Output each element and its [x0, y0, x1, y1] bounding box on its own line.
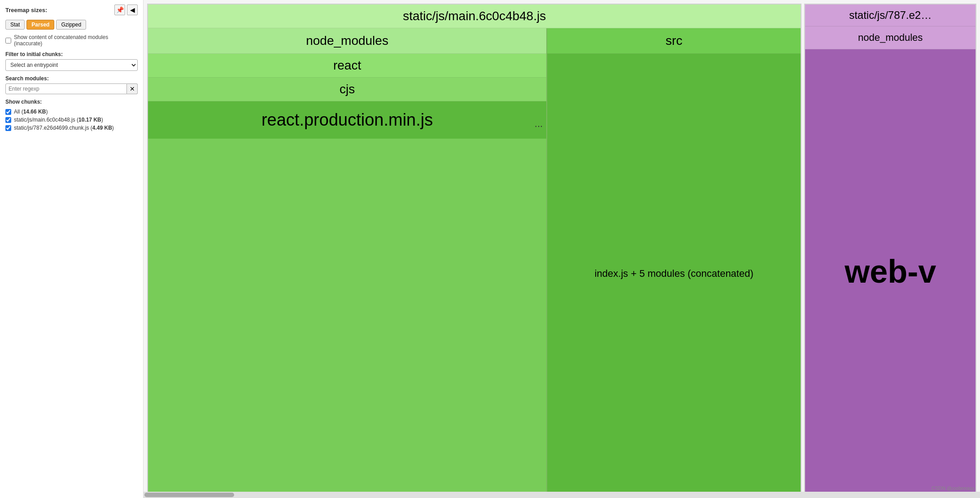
chunk-item-787: static/js/787.e26d4699.chunk.js (4.49 KB… [5, 125, 138, 131]
show-chunks-section: Show chunks: All (14.66 KB) static/js/ma… [5, 99, 138, 131]
show-concatenated-label: Show content of concatenated modules (in… [14, 34, 138, 47]
chunk-787-checkbox[interactable] [5, 125, 11, 131]
search-label: Search modules: [5, 75, 138, 82]
treemap-sizes-label: Treemap sizes: [5, 7, 47, 13]
chunk-787-content: node_modules web-v [805, 26, 976, 494]
back-button[interactable]: ◀ [127, 4, 138, 15]
react-production-text: react.production.min.js [261, 110, 433, 130]
search-section: Search modules: ✕ [5, 75, 138, 94]
search-input[interactable] [5, 83, 127, 94]
web-vitals-text: web-v [845, 253, 936, 290]
concatenated-label[interactable]: index.js + 5 modules (concatenated) [595, 267, 754, 281]
src-body: index.js + 5 modules (concatenated) [547, 54, 801, 494]
chunk-all-name: All (14.66 KB) [14, 109, 48, 115]
node-modules-title-787[interactable]: node_modules [805, 26, 976, 49]
web-vitals-section[interactable]: web-v [805, 49, 976, 494]
react-title[interactable]: react [148, 54, 546, 78]
filter-section: Filter to initial chunks: Select an entr… [5, 51, 138, 71]
react-section: react cjs react.production.min.js ··· [148, 54, 546, 494]
chunk-item-main: static/js/main.6c0c4b48.js (10.17 KB) [5, 117, 138, 123]
chunk-main-name: static/js/main.6c0c4b48.js (10.17 KB) [14, 117, 103, 123]
node-modules-section: node_modules react cjs react.production.… [148, 28, 547, 494]
gzipped-button[interactable]: Gzipped [56, 20, 86, 30]
horizontal-scrollbar[interactable] [144, 492, 980, 498]
chunk-all-checkbox[interactable] [5, 109, 11, 115]
sidebar: Treemap sizes: 📌 ◀ Stat Parsed Gzipped S… [0, 0, 144, 498]
react-production-cell[interactable]: react.production.min.js ··· [148, 101, 546, 139]
header-icons: 📌 ◀ [114, 4, 138, 15]
show-concatenated-checkbox[interactable] [5, 38, 11, 44]
entrypoint-select[interactable]: Select an entrypoint [5, 59, 138, 71]
treemap-container: static/js/main.6c0c4b48.js node_modules … [144, 0, 980, 498]
chunk-title-main[interactable]: static/js/main.6c0c4b48.js [148, 4, 801, 28]
chunk-block-main: static/js/main.6c0c4b48.js node_modules … [147, 4, 801, 494]
chunk-787-name: static/js/787.e26d4699.chunk.js (4.49 KB… [14, 125, 114, 131]
scrollbar-thumb[interactable] [144, 493, 234, 497]
cjs-section: cjs react.production.min.js ··· [148, 78, 546, 139]
stat-button[interactable]: Stat [5, 20, 25, 30]
pin-button[interactable]: 📌 [114, 4, 125, 15]
filter-label: Filter to initial chunks: [5, 51, 138, 57]
show-concatenated-row: Show content of concatenated modules (in… [5, 34, 138, 47]
chunk-item-all: All (14.66 KB) [5, 109, 138, 115]
sidebar-header: Treemap sizes: 📌 ◀ [5, 4, 138, 15]
size-type-buttons: Stat Parsed Gzipped [5, 20, 138, 30]
footer-credit: CSDN @codereasy [932, 485, 975, 491]
cjs-title[interactable]: cjs [148, 78, 546, 101]
chunk-body-787: node_modules web-v [805, 26, 976, 494]
src-title[interactable]: src [547, 28, 801, 54]
chunk-block-787: static/js/787.e2… node_modules web-v [804, 4, 976, 494]
chunk-body-main: node_modules react cjs react.production.… [148, 28, 801, 494]
src-section: src index.js + 5 modules (concatenated) [547, 28, 801, 494]
treemap-main: static/js/main.6c0c4b48.js node_modules … [144, 0, 980, 498]
chunk-title-787[interactable]: static/js/787.e2… [805, 4, 976, 26]
chunk-main-checkbox[interactable] [5, 117, 11, 123]
search-input-row: ✕ [5, 83, 138, 94]
search-clear-button[interactable]: ✕ [127, 83, 138, 94]
show-chunks-label: Show chunks: [5, 99, 138, 105]
ellipsis-icon: ··· [535, 120, 543, 132]
node-modules-title[interactable]: node_modules [148, 28, 546, 54]
parsed-button[interactable]: Parsed [26, 20, 54, 30]
